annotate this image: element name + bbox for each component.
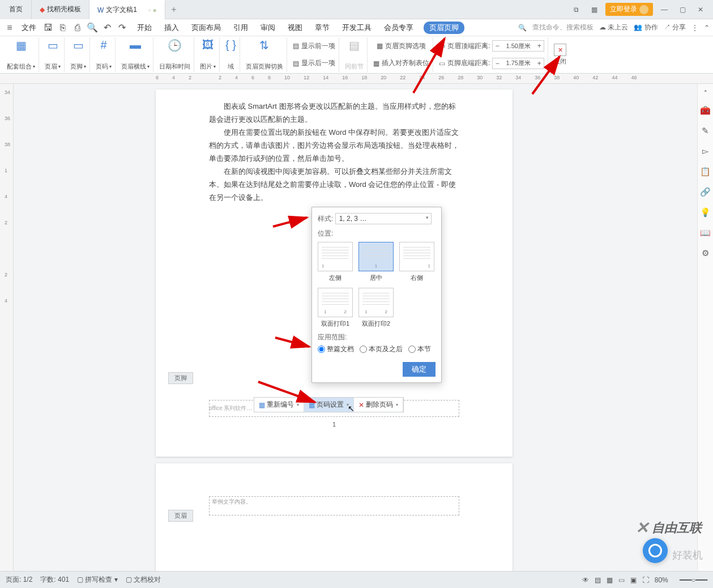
style-select[interactable]: 1, 2, 3 … [335, 213, 432, 224]
ribbon-picture[interactable]: 🖼图片▾ [197, 37, 220, 72]
zoom-fit-icon[interactable]: ⛶ [642, 576, 649, 584]
ribbon-hf-options[interactable]: ▦页眉页脚选项 [377, 39, 426, 54]
print-icon[interactable]: ⎙ [71, 22, 84, 34]
ribbon-headerline[interactable]: ▬页眉横线▾ [118, 37, 153, 72]
status-spell[interactable]: ▢ 拼写检查 ▾ [77, 575, 118, 585]
menu-tab-devtools[interactable]: 开发工具 [340, 22, 374, 34]
minus-button[interactable]: − [493, 42, 502, 50]
menu-tab-section[interactable]: 章节 [313, 22, 332, 34]
tab-home[interactable]: 首页 [0, 0, 32, 19]
ribbon-prev[interactable]: ▤显示前一项 [293, 39, 335, 54]
apps-icon[interactable]: ▦ [587, 3, 601, 16]
collapse-ribbon-icon[interactable]: ⋮ [691, 24, 698, 32]
ribbon-switch[interactable]: ⇅页眉页脚切换 [242, 37, 287, 72]
undo-icon[interactable]: ↶ [101, 22, 113, 34]
position-option[interactable]: 1居中 [358, 242, 394, 282]
ribbon-next[interactable]: ▤显示后一项 [293, 56, 335, 71]
ribbon-footer[interactable]: ▭页脚▾ [67, 37, 90, 72]
share-button[interactable]: ↗ 分享 [664, 23, 686, 32]
ribbon-header[interactable]: ▭页眉▾ [41, 37, 65, 72]
file-menu[interactable]: 文件 [18, 23, 40, 33]
zoom-value[interactable]: 80% [655, 576, 668, 584]
watermark-x-icon: ✕ [635, 518, 648, 537]
page-settings-button[interactable]: ▦页码设置▾ [304, 398, 354, 412]
page-text: 图表或 SmartArt 图形将会更改以匹配新的主题。当应用样式时，您的标题会进… [209, 100, 459, 204]
eye-icon[interactable]: 👁 [582, 576, 589, 584]
preview-icon[interactable]: 🔍 [86, 22, 99, 34]
ribbon-aligntab[interactable]: ▦插入对齐制表位 [373, 56, 429, 71]
renumber-button[interactable]: ▦重新编号▾ [254, 398, 304, 412]
tab-document[interactable]: W文字文稿1▫ ● [89, 0, 165, 19]
menu-tab-review[interactable]: 审阅 [258, 22, 277, 34]
ruler-vertical[interactable]: 34363814224 [0, 84, 14, 571]
menu-icon[interactable]: ≡ [3, 22, 16, 34]
delete-pagenumber-button[interactable]: ✕删除页码▾ [354, 398, 403, 412]
page-header-region[interactable]: 举例文字内容。 [209, 496, 459, 515]
header-distance-spinner[interactable]: −1.50厘米+ [492, 40, 544, 52]
page-number: 1 [212, 421, 456, 428]
clipboard-icon[interactable]: 📋 [700, 167, 711, 177]
position-option[interactable]: 1右侧 [399, 242, 434, 282]
login-button[interactable]: 立即登录 [605, 3, 653, 16]
status-proof[interactable]: ▢ 文档校对 [126, 575, 161, 585]
ribbon-field[interactable]: { }域 [222, 37, 240, 72]
lightbulb-icon[interactable]: 💡 [700, 207, 711, 218]
zoom-slider[interactable]: ━━━○━━━ [680, 576, 707, 584]
plus-button[interactable]: + [535, 42, 544, 50]
view-web-icon[interactable]: ▭ [618, 576, 625, 584]
right-sidebar: ⌃ 🧰 ✎ ▻ 📋 🔗 💡 📖 ⚙ [697, 84, 713, 571]
scope-radio[interactable]: 本节 [408, 344, 431, 354]
position-option[interactable]: 12双面打印1 [318, 288, 353, 328]
menubar: ≡ 文件 🖫 ⎘ ⎙ 🔍 ↶ ↷ 开始 插入 页面布局 引用 审阅 视图 章节 … [0, 19, 713, 36]
ribbon-pagenumber[interactable]: #页码▾ [92, 37, 116, 72]
ribbon-datetime[interactable]: 🕒日期和时间 [156, 37, 194, 72]
ruler-horizontal[interactable]: 6422468101214161820222426283032343638404… [0, 74, 713, 84]
export-icon[interactable]: ⎘ [57, 22, 69, 34]
menu-tab-layout[interactable]: 页面布局 [189, 22, 223, 34]
reader-icon[interactable]: 📖 [700, 228, 711, 238]
view-page-icon[interactable]: ▤ [595, 576, 601, 584]
renumber-icon: ▦ [259, 401, 265, 409]
search-input[interactable]: 查找命令、搜索模板 [532, 23, 594, 32]
minus-button[interactable]: − [493, 59, 502, 67]
scroll-up-icon[interactable]: ⌃ [703, 90, 708, 95]
menu-tab-reference[interactable]: 引用 [231, 22, 250, 34]
view-read-icon[interactable]: ▣ [630, 576, 637, 584]
menu-tab-member[interactable]: 会员专享 [382, 22, 416, 34]
plus-button[interactable]: + [535, 59, 544, 67]
maximize-button[interactable]: ▢ [676, 3, 689, 16]
tab-add[interactable]: + [165, 5, 182, 15]
position-option[interactable]: 1左侧 [318, 242, 353, 282]
cloud-icon[interactable]: ☁ 未上云 [599, 23, 628, 32]
view-outline-icon[interactable]: ▦ [607, 576, 613, 584]
redo-icon[interactable]: ↷ [116, 22, 128, 34]
select-icon[interactable]: ▻ [702, 146, 709, 156]
pen-icon[interactable]: ✎ [702, 126, 709, 136]
ok-button[interactable]: 确定 [403, 362, 436, 377]
collab-button[interactable]: 👥 协作 [634, 23, 658, 32]
badge-icon [643, 538, 668, 563]
window-number-icon[interactable]: ⧉ [569, 3, 583, 16]
scope-radio[interactable]: 本页及之后 [360, 344, 403, 354]
chevron-up-icon[interactable]: ⌃ [704, 24, 710, 32]
menu-tab-insert[interactable]: 插入 [162, 22, 181, 34]
menu-tab-view[interactable]: 视图 [285, 22, 305, 34]
ribbon-close[interactable]: ✕ 关闭 [550, 37, 570, 72]
scope-radio[interactable]: 整篇文档 [318, 344, 354, 354]
ribbon-prevnext: ▤显示前一项 ▤显示后一项 [289, 37, 339, 72]
save-icon[interactable]: 🖫 [42, 22, 54, 34]
ribbon-sameassection[interactable]: ▤同前节 [341, 37, 368, 72]
menu-tab-start[interactable]: 开始 [135, 22, 154, 34]
position-option[interactable]: 12双面打印2 [358, 288, 394, 328]
share-side-icon[interactable]: 🔗 [700, 187, 711, 197]
toolbox-icon[interactable]: 🧰 [700, 105, 711, 116]
ribbon-combo[interactable]: ▦配套组合▾ [3, 37, 39, 72]
close-icon: ✕ [554, 44, 566, 56]
close-window-button[interactable]: ✕ [694, 3, 707, 16]
gear-icon[interactable]: ⚙ [702, 248, 709, 258]
menu-tab-headerfooter[interactable]: 页眉页脚 [424, 22, 464, 34]
footer-distance-spinner[interactable]: −1.75厘米+ [492, 58, 544, 69]
tab-templates[interactable]: ◆找稻壳模板 [32, 0, 89, 19]
minimize-button[interactable]: — [658, 3, 671, 16]
prev-icon: ▤ [293, 42, 299, 50]
